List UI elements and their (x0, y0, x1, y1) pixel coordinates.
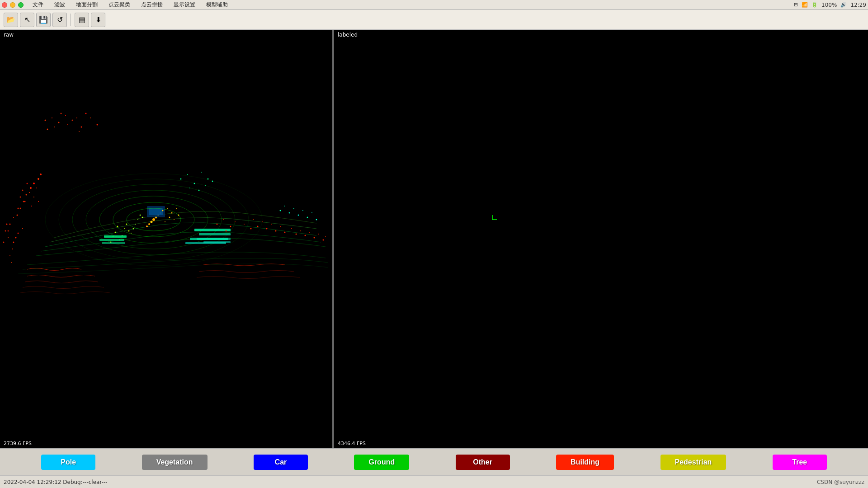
menu-model[interactable]: 模型辅助 (204, 0, 230, 9)
raw-canvas[interactable]: raw (0, 30, 332, 448)
open-file-button[interactable]: 📂 (4, 13, 18, 27)
svg-point-20 (45, 120, 46, 121)
svg-rect-136 (99, 239, 124, 241)
svg-point-47 (3, 242, 5, 243)
svg-point-90 (314, 237, 315, 239)
pedestrian-button[interactable]: Pedestrian (660, 455, 726, 470)
svg-point-72 (230, 226, 231, 227)
svg-point-38 (23, 201, 24, 202)
svg-point-48 (152, 218, 155, 221)
svg-point-46 (8, 237, 9, 238)
svg-point-54 (146, 225, 148, 227)
vegetation-button[interactable]: Vegetation (142, 455, 208, 470)
svg-point-15 (36, 188, 37, 188)
volume-icon: 🔊 (840, 2, 847, 8)
label-bar: Pole Vegetation Car Ground Other Buildin… (0, 448, 868, 475)
svg-point-40 (20, 208, 21, 209)
svg-point-75 (244, 224, 245, 225)
maximize-button[interactable] (18, 2, 24, 8)
car-button[interactable]: Car (254, 455, 308, 470)
svg-point-121 (293, 208, 294, 209)
svg-point-10 (24, 201, 26, 202)
svg-point-23 (65, 115, 66, 116)
svg-point-41 (40, 174, 42, 175)
refresh-button[interactable]: ↺ (52, 13, 67, 27)
status-message: 2022-04-04 12:29:12 Debug:---clear--- (4, 479, 108, 485)
svg-point-91 (318, 234, 319, 235)
svg-point-117 (212, 181, 213, 182)
svg-point-95 (124, 228, 125, 229)
labeled-viewport[interactable]: labeled 4346.4 FPS (334, 30, 868, 448)
minimize-button[interactable] (10, 2, 15, 8)
menu-stitch[interactable]: 点云拼接 (139, 0, 165, 9)
svg-point-80 (266, 228, 268, 230)
labeled-fps: 4346.4 FPS (338, 441, 366, 446)
menu-file[interactable]: 文件 (31, 0, 45, 9)
svg-point-131 (169, 217, 170, 218)
svg-point-31 (90, 117, 91, 118)
svg-point-25 (54, 127, 55, 127)
svg-point-73 (235, 221, 236, 222)
svg-point-125 (311, 212, 312, 213)
svg-point-78 (257, 226, 259, 227)
svg-point-50 (151, 221, 153, 223)
svg-point-108 (131, 233, 132, 234)
pointer-button[interactable]: ↖ (20, 13, 34, 27)
svg-point-84 (284, 232, 286, 233)
svg-point-114 (189, 188, 190, 188)
labeled-pointcloud-svg (334, 30, 868, 324)
toolbar: 📂 ↖ 💾 ↺ ▤ ⬇ (0, 10, 868, 30)
menu-display[interactable]: 显示设置 (172, 0, 197, 9)
menu-ground-seg[interactable]: 地面分割 (74, 0, 99, 9)
svg-point-3 (15, 237, 17, 239)
svg-point-39 (38, 178, 39, 180)
titlebar: 文件 滤波 地面分割 点云聚类 点云拼接 显示设置 模型辅助 ⊟ 📶 🔋 100… (0, 0, 868, 10)
svg-point-28 (47, 129, 48, 130)
labeled-label: labeled (338, 32, 358, 38)
tool-button[interactable]: ⬇ (91, 13, 105, 27)
ground-button[interactable]: Ground (354, 455, 409, 470)
pole-button[interactable]: Pole (41, 455, 95, 470)
svg-point-6 (11, 262, 12, 263)
svg-rect-65 (199, 233, 231, 235)
svg-point-92 (323, 239, 324, 241)
svg-rect-69 (185, 242, 226, 244)
svg-point-118 (280, 210, 281, 211)
raw-fps: 2739.6 FPS (4, 441, 32, 446)
svg-point-5 (18, 233, 19, 234)
labeled-canvas[interactable]: labeled 4346.4 FPS (334, 30, 868, 448)
svg-point-2 (12, 249, 13, 249)
titlebar-right: ⊟ 📶 🔋 100% 🔊 12:29 (794, 2, 866, 8)
svg-point-86 (296, 234, 297, 235)
svg-point-100 (115, 232, 116, 233)
save-button[interactable]: 💾 (36, 13, 51, 27)
other-button[interactable]: Other (456, 455, 510, 470)
layer-button[interactable]: ▤ (75, 13, 89, 27)
svg-point-134 (165, 221, 165, 222)
menu-cluster[interactable]: 点云聚类 (107, 0, 132, 9)
menu-filter[interactable]: 滤波 (52, 0, 67, 9)
raw-label: raw (4, 32, 14, 38)
svg-point-128 (167, 208, 168, 209)
svg-point-14 (18, 208, 19, 209)
svg-point-94 (126, 224, 127, 225)
svg-point-26 (61, 113, 62, 114)
raw-viewport[interactable]: raw (0, 30, 332, 448)
titlebar-left: 文件 滤波 地面分割 点云聚类 点云拼接 显示设置 模型辅助 (2, 0, 230, 9)
close-button[interactable] (2, 2, 7, 8)
svg-point-96 (128, 230, 130, 232)
svg-point-16 (27, 183, 28, 184)
battery-icon: 🔋 (811, 2, 818, 8)
svg-point-93 (325, 236, 326, 237)
svg-point-27 (67, 124, 68, 125)
svg-point-37 (33, 183, 35, 184)
svg-point-110 (187, 174, 188, 175)
building-button[interactable]: Building (556, 455, 614, 470)
svg-point-29 (76, 117, 77, 118)
svg-point-119 (284, 206, 285, 206)
svg-point-44 (13, 217, 14, 218)
wifi-icon: 📶 (802, 2, 808, 8)
tree-button[interactable]: Tree (773, 455, 827, 470)
svg-point-74 (226, 230, 227, 232)
svg-point-129 (171, 212, 173, 214)
